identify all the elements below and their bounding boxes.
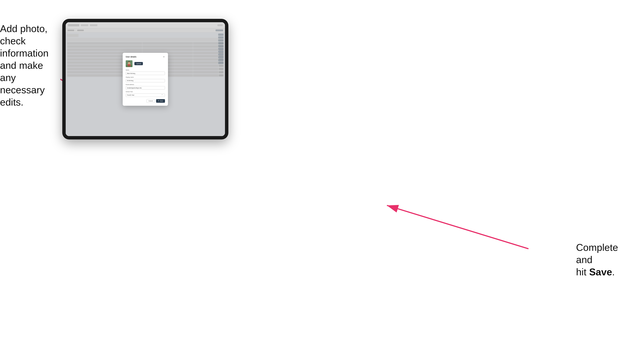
display-name-field-group: Display name [126, 76, 165, 82]
name-field-group: Name [126, 69, 165, 75]
name-label: Name [126, 69, 165, 71]
modal-overlay: User details ✕ [66, 22, 225, 136]
tablet-screen: / [66, 22, 225, 136]
clear-school-year-button[interactable]: ✕ [162, 94, 163, 96]
display-name-input[interactable] [126, 79, 165, 82]
tablet-device: / [62, 19, 228, 140]
avatar-image [126, 60, 132, 67]
svg-rect-7 [126, 65, 132, 67]
school-year-label: School Year [126, 91, 165, 92]
modal-title: User details [126, 56, 136, 58]
email-field-group: Email address [126, 84, 165, 90]
chevron-down-icon[interactable]: ⌄ [163, 94, 164, 96]
upload-photo-button[interactable]: Upload [134, 62, 143, 65]
email-input[interactable] [126, 86, 165, 90]
photo-row: Upload [126, 60, 165, 67]
name-input[interactable] [126, 72, 165, 75]
svg-line-3 [387, 205, 528, 249]
modal-title-bar: User details ✕ [126, 56, 165, 58]
user-details-modal: User details ✕ [123, 53, 168, 106]
avatar-thumbnail [126, 60, 132, 67]
display-name-label: Display name [126, 76, 165, 78]
save-button[interactable]: ⬆ Save [156, 99, 165, 103]
save-icon: ⬆ [158, 100, 159, 102]
select-controls: ✕ ⌄ [162, 94, 164, 96]
save-label: Save [160, 100, 163, 102]
school-year-input[interactable] [126, 93, 165, 97]
modal-footer: Cancel ⬆ Save [126, 99, 165, 103]
left-annotation: Add photo, check information and make an… [0, 23, 53, 108]
school-year-field-group: School Year ✕ ⌄ [126, 91, 165, 97]
email-label: Email address [126, 84, 165, 85]
cancel-button[interactable]: Cancel [146, 99, 155, 103]
right-annotation: Complete and hit Save. [576, 241, 636, 278]
school-year-wrapper: ✕ ⌄ [126, 93, 165, 97]
modal-close-button[interactable]: ✕ [163, 56, 165, 58]
